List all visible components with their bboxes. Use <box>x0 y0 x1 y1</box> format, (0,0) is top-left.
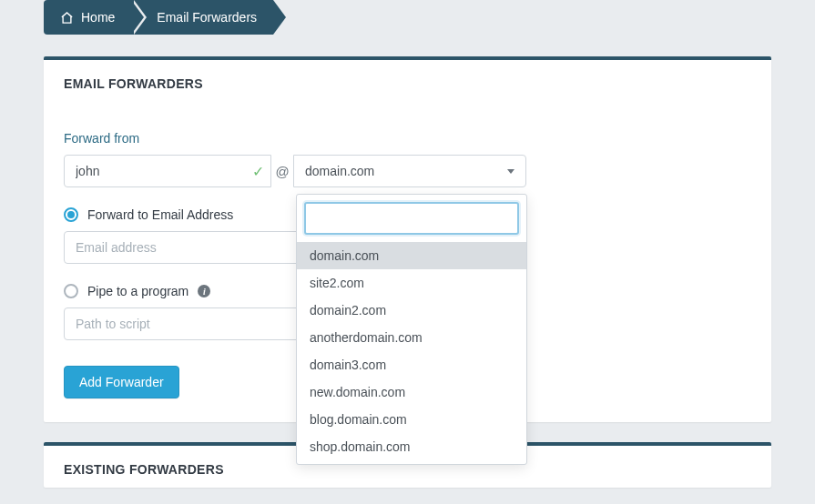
from-local-input[interactable] <box>64 155 271 187</box>
forward-from-row: ✓ @ domain.com <box>64 155 526 187</box>
domain-option[interactable]: blog.domain.com <box>297 406 526 433</box>
domain-selected-label: domain.com <box>305 164 374 178</box>
forward-from-label: Forward from <box>64 131 751 146</box>
domain-dropdown-popup: domain.com site2.com domain2.com another… <box>296 194 527 465</box>
domain-option[interactable]: site2.com <box>297 269 526 297</box>
domain-select[interactable]: domain.com <box>293 155 526 187</box>
domain-option[interactable]: shop.domain.com <box>297 433 526 460</box>
info-icon[interactable]: i <box>198 285 210 297</box>
radio-forward-to-email-label: Forward to Email Address <box>87 207 233 222</box>
radio-forward-to-email[interactable] <box>64 207 78 222</box>
at-sign: @ <box>271 155 293 187</box>
from-local-wrap: ✓ <box>64 155 271 187</box>
check-icon: ✓ <box>252 163 264 180</box>
domain-option[interactable]: domain2.com <box>297 297 526 324</box>
home-icon <box>60 11 74 25</box>
radio-pipe-to-program-label: Pipe to a program <box>87 284 188 298</box>
breadcrumb-current[interactable]: Email Forwarders <box>131 0 273 35</box>
domain-option[interactable]: domain.com <box>297 242 526 269</box>
breadcrumb-current-label: Email Forwarders <box>157 10 257 25</box>
chevron-down-icon <box>507 169 514 174</box>
domain-option[interactable]: anotherdomain.com <box>297 324 526 351</box>
panel-title: EMAIL FORWARDERS <box>44 60 771 102</box>
breadcrumb-home[interactable]: Home <box>44 0 131 35</box>
radio-pipe-to-program[interactable] <box>64 284 78 298</box>
breadcrumb: Home Email Forwarders <box>44 0 815 35</box>
domain-dropdown-list: domain.com site2.com domain2.com another… <box>297 242 526 464</box>
breadcrumb-home-label: Home <box>81 10 115 25</box>
domain-option[interactable]: new.domain.com <box>297 378 526 406</box>
domain-dropdown-search[interactable] <box>304 202 519 235</box>
domain-option[interactable]: domain3.com <box>297 351 526 378</box>
add-forwarder-button[interactable]: Add Forwarder <box>64 366 179 398</box>
